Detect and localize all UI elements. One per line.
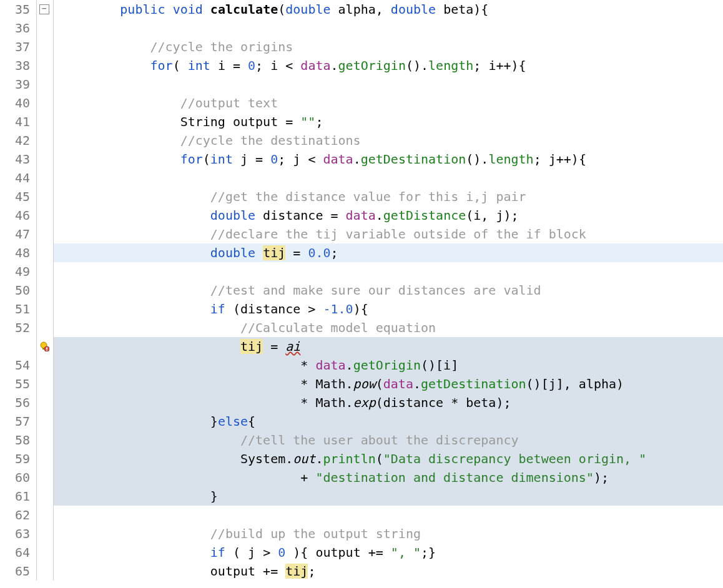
error-lightbulb-icon[interactable] <box>39 341 49 351</box>
code-line[interactable]: * Math.exp(distance * beta); <box>54 393 723 412</box>
line-number: 35 <box>0 0 36 19</box>
code-line[interactable]: String output = ""; <box>54 112 723 131</box>
code-line[interactable] <box>54 169 723 187</box>
line-number: 62 <box>0 506 36 524</box>
code-line[interactable]: for( int i = 0; i < data.getOrigin().len… <box>54 56 723 75</box>
code-line[interactable]: //test and make sure our distances are v… <box>54 281 723 300</box>
fold-gutter: − <box>37 0 54 581</box>
code-line[interactable]: * data.getOrigin()[i] <box>54 356 723 375</box>
code-line[interactable]: if (distance > -1.0){ <box>54 300 723 318</box>
code-line[interactable]: public void calculate(double alpha, doub… <box>54 0 723 19</box>
code-area[interactable]: public void calculate(double alpha, doub… <box>54 0 723 581</box>
code-line[interactable] <box>54 262 723 281</box>
line-number <box>0 337 36 356</box>
line-number-gutter: 3536373839404142434445464748495051525455… <box>0 0 37 581</box>
code-line[interactable]: * Math.pow(data.getDestination()[j], alp… <box>54 375 723 393</box>
code-line[interactable]: System.out.println("Data discrepancy bet… <box>54 449 723 468</box>
code-line[interactable]: if ( j > 0 ){ output += ", ";} <box>54 543 723 562</box>
line-number: 46 <box>0 206 36 225</box>
line-number: 43 <box>0 150 36 169</box>
line-number: 56 <box>0 393 36 412</box>
code-line[interactable]: double tij = 0.0; <box>54 243 723 262</box>
line-number: 39 <box>0 75 36 94</box>
line-number: 47 <box>0 225 36 243</box>
line-number: 41 <box>0 112 36 131</box>
line-number: 57 <box>0 412 36 431</box>
code-line[interactable]: double distance = data.getDistance(i, j)… <box>54 206 723 225</box>
line-number: 60 <box>0 468 36 487</box>
code-line[interactable]: //cycle the origins <box>54 37 723 56</box>
code-editor[interactable]: 3536373839404142434445464748495051525455… <box>0 0 723 581</box>
code-line[interactable] <box>54 19 723 37</box>
code-line[interactable]: } <box>54 487 723 506</box>
line-number: 50 <box>0 281 36 300</box>
line-number: 40 <box>0 94 36 112</box>
code-line[interactable]: + "destination and distance dimensions")… <box>54 468 723 487</box>
line-number: 61 <box>0 487 36 506</box>
line-number: 64 <box>0 543 36 562</box>
line-number: 42 <box>0 131 36 150</box>
line-number: 54 <box>0 356 36 375</box>
line-number: 51 <box>0 300 36 318</box>
code-line[interactable]: //build up the output string <box>54 524 723 543</box>
line-number: 38 <box>0 56 36 75</box>
code-line[interactable]: //output text <box>54 94 723 112</box>
line-number: 48 <box>0 243 36 262</box>
code-line[interactable]: //declare the tij variable outside of th… <box>54 225 723 243</box>
line-number: 37 <box>0 37 36 56</box>
line-number: 49 <box>0 262 36 281</box>
line-number: 36 <box>0 19 36 37</box>
code-line[interactable]: }else{ <box>54 412 723 431</box>
svg-rect-4 <box>46 350 47 351</box>
code-line[interactable]: //tell the user about the discrepancy <box>54 431 723 449</box>
line-number: 58 <box>0 431 36 449</box>
code-line[interactable]: output += tij; <box>54 562 723 581</box>
svg-rect-3 <box>46 348 47 350</box>
line-number: 55 <box>0 375 36 393</box>
code-line[interactable] <box>54 506 723 524</box>
line-number: 52 <box>0 318 36 337</box>
code-line[interactable]: for(int j = 0; j < data.getDestination()… <box>54 150 723 169</box>
line-number: 59 <box>0 449 36 468</box>
line-number: 65 <box>0 562 36 581</box>
code-line[interactable] <box>54 75 723 94</box>
line-number: 63 <box>0 524 36 543</box>
code-line[interactable]: //Calculate model equation <box>54 318 723 337</box>
line-number: 44 <box>0 169 36 187</box>
code-line[interactable]: //cycle the destinations <box>54 131 723 150</box>
line-number: 45 <box>0 187 36 206</box>
code-line[interactable]: //get the distance value for this i,j pa… <box>54 187 723 206</box>
fold-collapse-icon[interactable]: − <box>39 4 49 14</box>
code-line[interactable]: tij = ai <box>54 337 723 356</box>
